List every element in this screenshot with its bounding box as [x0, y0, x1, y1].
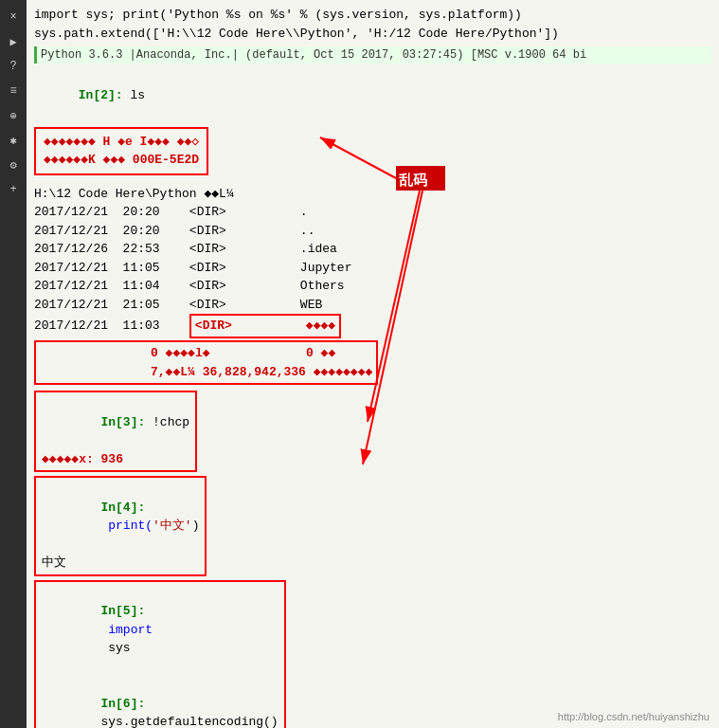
in4-string: '中文' — [153, 519, 192, 533]
in6-prompt: In[6]: — [100, 697, 145, 711]
in3-box: In[3]: !chcp ◆◆◆◆◆x: 936 — [34, 391, 197, 472]
dir-row-5: 2017/12/21 21:05 <DIR> WEB — [34, 296, 711, 315]
settings-icon[interactable]: ⚙ — [4, 155, 23, 174]
dir-row-1: 2017/12/21 20:20 <DIR> .. — [34, 222, 711, 241]
in6-line: In[6]: sys.getdefaultencoding() — [42, 676, 279, 728]
in3-block: In[3]: !chcp ◆◆◆◆◆x: 936 — [34, 391, 711, 472]
info-bar: Python 3.6.3 |Anaconda, Inc.| (default, … — [34, 46, 711, 64]
in6-cmd: sys.getdefaultencoding() — [100, 715, 278, 728]
cell-icon[interactable]: ⊕ — [4, 106, 23, 125]
run-icon[interactable]: ▶ — [4, 32, 23, 51]
in5-in6-block: In[5]: import sys In[6]: sys.getdefaulte… — [34, 580, 711, 728]
in3-prompt-line: In[3]: !chcp — [42, 394, 189, 450]
dir-row-6-prefix: 2017/12/21 11:03 — [34, 317, 189, 336]
in4-close: ) — [192, 519, 200, 533]
in3-prompt: In[3]: — [100, 415, 145, 429]
close-icon[interactable]: × — [4, 8, 23, 27]
header-line2: sys.path.extend(['H:\\12 Code Here\\Pyth… — [34, 25, 711, 44]
in2-prompt: In[2]: — [79, 88, 123, 102]
dir-row-2: 2017/12/26 22:53 <DIR> .idea — [34, 240, 711, 259]
menu-icon[interactable]: ≡ — [4, 82, 23, 100]
dir-footer-1: 0 ◆◆◆◆l◆ 0 ◆◆ — [40, 344, 372, 363]
watermark: http://blog.csdn.net/huiyanshizhu — [558, 711, 710, 722]
sidebar: × ▶ ? ≡ ⊕ ✱ ⚙ + — [0, 0, 27, 728]
dir-row-6-container: 2017/12/21 11:03 <DIR> ◆◆◆◆ — [34, 314, 711, 338]
in4-box: In[4]: print('中文') 中文 — [34, 476, 207, 576]
dir-row-4: 2017/12/21 11:04 <DIR> Others — [34, 277, 711, 296]
garbled-box2: <DIR> ◆◆◆◆ — [189, 314, 341, 338]
dir-footer-box: 0 ◆◆◆◆l◆ 0 ◆◆ 7,◆◆L¼ 36,828,942,336 ◆◆◆◆… — [34, 340, 378, 385]
add-icon[interactable]: + — [4, 180, 23, 199]
garbled-line2: ◆◆◆◆◆◆K ◆◆◆ 000E-5E2D — [44, 151, 199, 170]
in4-block: In[4]: print('中文') 中文 — [34, 476, 711, 576]
in5-line: In[5]: import sys — [42, 584, 279, 677]
dir-row-0: 2017/12/21 20:20 <DIR> . — [34, 203, 711, 222]
in2-cmd: ls — [123, 88, 145, 102]
in4-prompt: In[4]: — [100, 500, 145, 515]
in3-cmd: !chcp — [145, 415, 189, 429]
dir-row-3: 2017/12/21 11:05 <DIR> Jupyter — [34, 259, 711, 278]
info-bar-text: Python 3.6.3 |Anaconda, Inc.| (default, … — [41, 48, 586, 62]
in2-block: In[2]: ls ◆◆◆◆◆◆◆ H ◆e I◆◆◆ ◆◆◇ ◆◆◆◆◆◆K … — [34, 67, 711, 179]
garbled-box1: ◆◆◆◆◆◆◆ H ◆e I◆◆◆ ◆◆◇ ◆◆◆◆◆◆K ◆◆◆ 000E-5… — [34, 127, 208, 175]
main-content: import sys; print('Python %s on %s' % (s… — [27, 0, 719, 728]
garbled-dir-name: <DIR> ◆◆◆◆ — [195, 318, 335, 333]
in5-import-keyword: import — [100, 623, 153, 637]
in4-prompt-line: In[4]: print('中文') — [42, 480, 199, 554]
in2-prompt-line: In[2]: ls — [34, 67, 711, 123]
kernel-icon[interactable]: ✱ — [4, 131, 23, 150]
in5-in6-box: In[5]: import sys In[6]: sys.getdefaulte… — [34, 580, 286, 728]
garbled-line1: ◆◆◆◆◆◆◆ H ◆e I◆◆◆ ◆◆◇ — [44, 133, 199, 152]
in4-output: 中文 — [42, 554, 199, 573]
dir-header: H:\12 Code Here\Python ◆◆L¼ — [34, 185, 711, 204]
in4-print-keyword: print( — [100, 519, 153, 533]
dir-footer-2: 7,◆◆L¼ 36,828,942,336 ◆◆◆◆◆◆◆◆ — [40, 363, 372, 382]
in3-output: ◆◆◆◆◆x: 936 — [42, 450, 189, 469]
dir-listing: 2017/12/21 20:20 <DIR> . 2017/12/21 20:2… — [34, 203, 711, 385]
in5-sys: sys — [100, 641, 130, 655]
in5-prompt: In[5]: — [100, 604, 145, 618]
header-line1: import sys; print('Python %s on %s' % (s… — [34, 6, 711, 25]
help-icon[interactable]: ? — [4, 57, 23, 76]
